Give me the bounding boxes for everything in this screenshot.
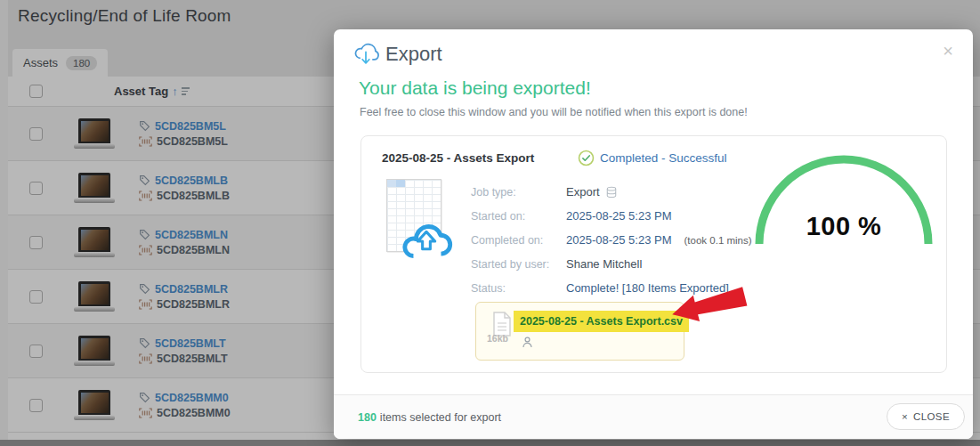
export-job-card: 2025-08-25 - Assets Export Completed - S… [360, 135, 947, 373]
close-button-label: CLOSE [913, 411, 950, 422]
field-label: Started by user: [471, 258, 566, 271]
file-name-link[interactable]: 2025-08-25 - Assets Export.csv [514, 311, 689, 332]
export-headline: Your data is being exported! [359, 77, 591, 99]
field-value: 2025-08-25 5:23 PM [566, 209, 672, 223]
field-label: Status: [471, 282, 566, 295]
close-button-x-icon: × [902, 411, 908, 422]
file-size: 16kb [487, 333, 508, 344]
check-circle-icon [578, 150, 595, 166]
field-completed-on: Completed on: 2025-08-25 5:23 PM (took 0… [471, 233, 752, 247]
field-started-on: Started on: 2025-08-25 5:23 PM [471, 209, 752, 223]
job-detail-fields: Job type: Export Started on: 2025-08-25 … [471, 185, 752, 295]
job-name: 2025-08-25 - Assets Export [382, 151, 534, 165]
job-status-text: Completed - Successful [600, 151, 727, 165]
selected-count-text: 180items selected for export [358, 411, 501, 424]
field-label: Job type: [471, 186, 566, 199]
database-icon [605, 186, 618, 199]
close-button[interactable]: × CLOSE [887, 403, 965, 430]
progress-percent: 100 % [753, 212, 935, 241]
modal-footer: 180items selected for export × CLOSE [334, 394, 973, 439]
job-status-badge: Completed - Successful [578, 150, 727, 166]
field-value: Export [566, 185, 618, 199]
field-note: (took 0.1 mins) [684, 235, 752, 246]
field-value: Shane Mitchell [566, 257, 642, 271]
field-label: Started on: [471, 210, 566, 223]
modal-title: Export [385, 43, 442, 66]
person-icon [521, 336, 534, 349]
field-started-by-user: Started by user: Shane Mitchell [471, 257, 752, 271]
export-file-card[interactable]: 16kb 2025-08-25 - Assets Export.csv [475, 302, 684, 361]
selected-count: 180 [358, 411, 377, 424]
field-label: Completed on: [471, 234, 566, 247]
cloud-download-icon [352, 42, 379, 67]
close-icon[interactable]: × [943, 42, 953, 60]
cloud-upload-icon [399, 221, 454, 262]
export-subtext: Feel free to close this window and you w… [360, 106, 748, 118]
field-value: 2025-08-25 5:23 PM [566, 233, 672, 247]
progress-gauge: 100 % [753, 149, 935, 248]
export-modal: Export × Your data is being exported! Fe… [334, 29, 973, 439]
field-job-type: Job type: Export [471, 185, 752, 199]
